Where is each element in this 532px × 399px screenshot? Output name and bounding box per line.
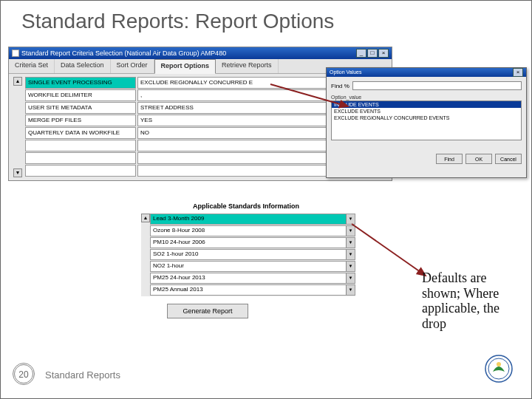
minimize-button[interactable]: _: [356, 49, 366, 58]
scroll-up-button[interactable]: ▲: [13, 77, 22, 86]
standard-dropdown[interactable]: Lead 3-Month 2009▼: [150, 214, 355, 225]
svg-point-4: [497, 362, 501, 366]
chevron-down-icon[interactable]: ▼: [346, 226, 355, 236]
option-label: WORKFILE DELIMITER: [25, 89, 136, 101]
maximize-button[interactable]: □: [367, 49, 378, 58]
option-label: [25, 140, 136, 151]
option-label: [25, 152, 136, 164]
popup-find-button[interactable]: Find: [436, 154, 463, 164]
popup-column-header: Option_value: [331, 95, 522, 100]
popup-close-button[interactable]: ×: [513, 68, 523, 77]
tab-data-selection[interactable]: Data Selection: [55, 59, 111, 73]
standard-dropdown[interactable]: NO2 1-hour▼: [150, 261, 355, 272]
app-icon: [12, 50, 19, 57]
option-label: [25, 165, 136, 177]
standards-scrollbar: ▲: [141, 214, 150, 296]
standard-dropdown[interactable]: PM25 24-hour 2013▼: [150, 273, 355, 284]
window-title: Standard Report Criteria Selection (Nati…: [21, 47, 226, 59]
svg-line-1: [352, 224, 426, 276]
option-label: MERGE PDF FILES: [25, 115, 136, 126]
popup-list[interactable]: INCLUDE EVENTS EXCLUDE EVENTS EXCLUDE RE…: [331, 100, 522, 140]
chevron-down-icon[interactable]: ▼: [346, 250, 355, 259]
chevron-down-icon[interactable]: ▼: [346, 262, 355, 271]
close-button[interactable]: ×: [378, 49, 389, 58]
standard-dropdown[interactable]: PM25 Annual 2013▼: [150, 284, 355, 296]
tab-sort-order[interactable]: Sort Order: [111, 59, 154, 73]
callout-text: Defaults are shown; Where applicable, th…: [422, 270, 525, 332]
popup-cancel-button[interactable]: Cancel: [495, 154, 522, 164]
tab-report-options[interactable]: Report Options: [154, 59, 216, 74]
list-item[interactable]: EXCLUDE EVENTS: [332, 108, 521, 115]
option-label: QUARTERLY DATA IN WORKFILE: [25, 127, 136, 139]
generate-report-button[interactable]: Generate Report: [167, 304, 248, 318]
scroll-up-button[interactable]: ▲: [141, 214, 150, 222]
find-input[interactable]: [352, 81, 522, 90]
footer-label: Standard Reports: [45, 369, 120, 381]
tab-retrieve-reports[interactable]: Retrieve Reports: [216, 59, 279, 73]
epa-logo-icon: [484, 354, 514, 383]
chevron-down-icon[interactable]: ▼: [346, 238, 355, 248]
page-number: 20: [13, 363, 35, 385]
applicable-standards-label: Applicable Standards Information: [193, 202, 299, 210]
popup-ok-button[interactable]: OK: [466, 154, 492, 164]
scroll-down-button[interactable]: ▼: [13, 168, 22, 177]
find-label: Find %: [331, 83, 349, 89]
standard-dropdown[interactable]: Ozone 8-Hour 2008▼: [150, 225, 355, 236]
popup-titlebar: Option Values ×: [327, 68, 526, 77]
slide-title: Standard Reports: Report Options: [1, 1, 531, 33]
chevron-down-icon[interactable]: ▼: [346, 285, 355, 295]
standard-dropdown[interactable]: SO2 1-hour 2010▼: [150, 249, 355, 260]
option-label: SINGLE EVENT PROCESSING: [25, 77, 136, 89]
window-titlebar: Standard Report Criteria Selection (Nati…: [9, 47, 392, 59]
standard-dropdown[interactable]: PM10 24-hour 2006▼: [150, 237, 355, 248]
option-values-popup: Option Values × Find % Option_value INCL…: [326, 67, 527, 178]
list-item[interactable]: EXCLUDE REGIONALLY CONCURRED EVENTS: [332, 115, 521, 121]
list-item[interactable]: INCLUDE EVENTS: [332, 101, 521, 108]
options-scrollbar: ▲ ▼: [13, 77, 24, 177]
standards-panel: ▲ Lead 3-Month 2009▼ Ozone 8-Hour 2008▼ …: [141, 214, 355, 296]
popup-title: Option Values: [330, 66, 361, 78]
tab-criteria-set[interactable]: Criteria Set: [9, 59, 55, 73]
option-label: USER SITE METADATA: [25, 102, 136, 114]
chevron-down-icon[interactable]: ▼: [346, 273, 355, 283]
slide-container: Standard Reports: Report Options Standar…: [0, 0, 532, 399]
chevron-down-icon[interactable]: ▼: [346, 214, 355, 224]
